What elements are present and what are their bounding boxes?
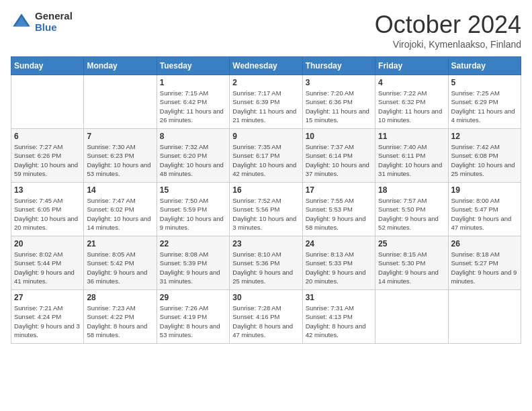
day-cell: 27Sunrise: 7:21 AM Sunset: 4:24 PM Dayli… [11, 290, 84, 344]
day-cell: 16Sunrise: 7:52 AM Sunset: 5:56 PM Dayli… [230, 183, 302, 236]
day-cell: 20Sunrise: 8:02 AM Sunset: 5:44 PM Dayli… [11, 236, 84, 290]
week-row-4: 27Sunrise: 7:21 AM Sunset: 4:24 PM Dayli… [11, 290, 521, 344]
logo-text: General Blue [35, 11, 73, 33]
day-cell [448, 290, 521, 344]
day-detail: Sunrise: 7:40 AM Sunset: 6:11 PM Dayligh… [378, 142, 445, 178]
location-subtitle: Virojoki, Kymenlaakso, Finland [375, 39, 521, 50]
day-number: 18 [378, 185, 445, 195]
day-cell: 26Sunrise: 8:18 AM Sunset: 5:27 PM Dayli… [448, 236, 521, 290]
day-detail: Sunrise: 8:18 AM Sunset: 5:27 PM Dayligh… [451, 250, 518, 285]
logo-general: General [35, 11, 73, 22]
day-detail: Sunrise: 7:25 AM Sunset: 6:29 PM Dayligh… [451, 89, 518, 124]
day-number: 17 [306, 185, 372, 195]
day-cell: 1Sunrise: 7:15 AM Sunset: 6:42 PM Daylig… [157, 75, 229, 129]
page-header: General Blue October 2024 Virojoki, Kyme… [11, 11, 521, 50]
header-row: SundayMondayTuesdayWednesdayThursdayFrid… [11, 57, 521, 75]
day-number: 6 [14, 132, 81, 141]
day-number: 10 [306, 132, 372, 141]
day-number: 30 [232, 293, 299, 302]
day-detail: Sunrise: 7:17 AM Sunset: 6:39 PM Dayligh… [232, 89, 299, 124]
day-cell: 13Sunrise: 7:45 AM Sunset: 6:05 PM Dayli… [11, 183, 84, 236]
calendar-header: SundayMondayTuesdayWednesdayThursdayFrid… [11, 57, 521, 75]
header-cell-thursday: Thursday [302, 57, 375, 75]
day-detail: Sunrise: 8:08 AM Sunset: 5:39 PM Dayligh… [160, 250, 226, 285]
header-cell-monday: Monday [84, 57, 157, 75]
day-cell: 21Sunrise: 8:05 AM Sunset: 5:42 PM Dayli… [84, 236, 157, 290]
day-cell: 12Sunrise: 7:42 AM Sunset: 6:08 PM Dayli… [448, 129, 521, 183]
day-detail: Sunrise: 7:23 AM Sunset: 4:22 PM Dayligh… [87, 304, 153, 339]
day-cell: 24Sunrise: 8:13 AM Sunset: 5:33 PM Dayli… [302, 236, 375, 290]
day-number: 13 [14, 185, 81, 195]
week-row-0: 1Sunrise: 7:15 AM Sunset: 6:42 PM Daylig… [11, 75, 521, 129]
day-number: 22 [160, 239, 226, 248]
day-number: 20 [14, 239, 81, 248]
day-detail: Sunrise: 8:02 AM Sunset: 5:44 PM Dayligh… [14, 250, 81, 285]
day-cell: 3Sunrise: 7:20 AM Sunset: 6:36 PM Daylig… [302, 75, 375, 129]
day-cell: 14Sunrise: 7:47 AM Sunset: 6:02 PM Dayli… [84, 183, 157, 236]
day-detail: Sunrise: 7:50 AM Sunset: 5:59 PM Dayligh… [160, 196, 226, 232]
day-detail: Sunrise: 7:47 AM Sunset: 6:02 PM Dayligh… [87, 196, 153, 232]
day-number: 15 [160, 185, 226, 195]
day-detail: Sunrise: 7:28 AM Sunset: 4:16 PM Dayligh… [232, 304, 299, 339]
header-cell-tuesday: Tuesday [157, 57, 229, 75]
day-cell: 15Sunrise: 7:50 AM Sunset: 5:59 PM Dayli… [157, 183, 229, 236]
day-cell: 11Sunrise: 7:40 AM Sunset: 6:11 PM Dayli… [375, 129, 448, 183]
day-detail: Sunrise: 7:45 AM Sunset: 6:05 PM Dayligh… [14, 196, 81, 232]
day-cell: 22Sunrise: 8:08 AM Sunset: 5:39 PM Dayli… [157, 236, 229, 290]
day-number: 12 [451, 132, 518, 141]
day-cell: 19Sunrise: 8:00 AM Sunset: 5:47 PM Dayli… [448, 183, 521, 236]
day-cell: 6Sunrise: 7:27 AM Sunset: 6:26 PM Daylig… [11, 129, 84, 183]
day-cell: 23Sunrise: 8:10 AM Sunset: 5:36 PM Dayli… [230, 236, 302, 290]
day-detail: Sunrise: 8:13 AM Sunset: 5:33 PM Dayligh… [306, 250, 372, 285]
logo: General Blue [11, 11, 73, 33]
header-cell-sunday: Sunday [11, 57, 84, 75]
week-row-3: 20Sunrise: 8:02 AM Sunset: 5:44 PM Dayli… [11, 236, 521, 290]
day-number: 7 [87, 132, 153, 141]
day-cell: 2Sunrise: 7:17 AM Sunset: 6:39 PM Daylig… [230, 75, 302, 129]
day-detail: Sunrise: 8:10 AM Sunset: 5:36 PM Dayligh… [232, 250, 299, 285]
day-number: 11 [378, 132, 445, 141]
day-number: 8 [160, 132, 226, 141]
day-detail: Sunrise: 7:15 AM Sunset: 6:42 PM Dayligh… [160, 89, 226, 124]
day-detail: Sunrise: 8:00 AM Sunset: 5:47 PM Dayligh… [451, 196, 518, 232]
day-detail: Sunrise: 8:15 AM Sunset: 5:30 PM Dayligh… [378, 250, 445, 285]
day-cell: 10Sunrise: 7:37 AM Sunset: 6:14 PM Dayli… [302, 129, 375, 183]
day-number: 9 [232, 132, 299, 141]
logo-icon [11, 11, 32, 33]
day-number: 1 [160, 78, 226, 87]
calendar-table: SundayMondayTuesdayWednesdayThursdayFrid… [11, 56, 521, 344]
day-cell: 28Sunrise: 7:23 AM Sunset: 4:22 PM Dayli… [84, 290, 157, 344]
day-number: 2 [232, 78, 299, 87]
header-cell-wednesday: Wednesday [230, 57, 302, 75]
day-detail: Sunrise: 7:35 AM Sunset: 6:17 PM Dayligh… [232, 142, 299, 178]
day-number: 28 [87, 293, 153, 302]
day-number: 24 [306, 239, 372, 248]
day-cell: 17Sunrise: 7:55 AM Sunset: 5:53 PM Dayli… [302, 183, 375, 236]
day-detail: Sunrise: 7:21 AM Sunset: 4:24 PM Dayligh… [14, 304, 81, 339]
day-detail: Sunrise: 7:26 AM Sunset: 4:19 PM Dayligh… [160, 304, 226, 339]
day-detail: Sunrise: 7:52 AM Sunset: 5:56 PM Dayligh… [232, 196, 299, 232]
day-cell: 9Sunrise: 7:35 AM Sunset: 6:17 PM Daylig… [230, 129, 302, 183]
day-detail: Sunrise: 7:55 AM Sunset: 5:53 PM Dayligh… [306, 196, 372, 232]
day-cell [84, 75, 157, 129]
day-cell: 5Sunrise: 7:25 AM Sunset: 6:29 PM Daylig… [448, 75, 521, 129]
day-number: 21 [87, 239, 153, 248]
logo-blue: Blue [35, 22, 73, 34]
day-detail: Sunrise: 7:31 AM Sunset: 4:13 PM Dayligh… [306, 304, 372, 339]
day-number: 31 [306, 293, 372, 302]
day-cell: 7Sunrise: 7:30 AM Sunset: 6:23 PM Daylig… [84, 129, 157, 183]
week-row-1: 6Sunrise: 7:27 AM Sunset: 6:26 PM Daylig… [11, 129, 521, 183]
calendar-body: 1Sunrise: 7:15 AM Sunset: 6:42 PM Daylig… [11, 75, 521, 344]
day-detail: Sunrise: 7:57 AM Sunset: 5:50 PM Dayligh… [378, 196, 445, 232]
day-number: 29 [160, 293, 226, 302]
day-number: 26 [451, 239, 518, 248]
day-cell [11, 75, 84, 129]
header-cell-friday: Friday [375, 57, 448, 75]
day-detail: Sunrise: 7:22 AM Sunset: 6:32 PM Dayligh… [378, 89, 445, 124]
day-cell: 31Sunrise: 7:31 AM Sunset: 4:13 PM Dayli… [302, 290, 375, 344]
day-detail: Sunrise: 7:30 AM Sunset: 6:23 PM Dayligh… [87, 142, 153, 178]
day-number: 27 [14, 293, 81, 302]
day-number: 3 [306, 78, 372, 87]
day-detail: Sunrise: 7:42 AM Sunset: 6:08 PM Dayligh… [451, 142, 518, 178]
day-detail: Sunrise: 7:20 AM Sunset: 6:36 PM Dayligh… [306, 89, 372, 124]
